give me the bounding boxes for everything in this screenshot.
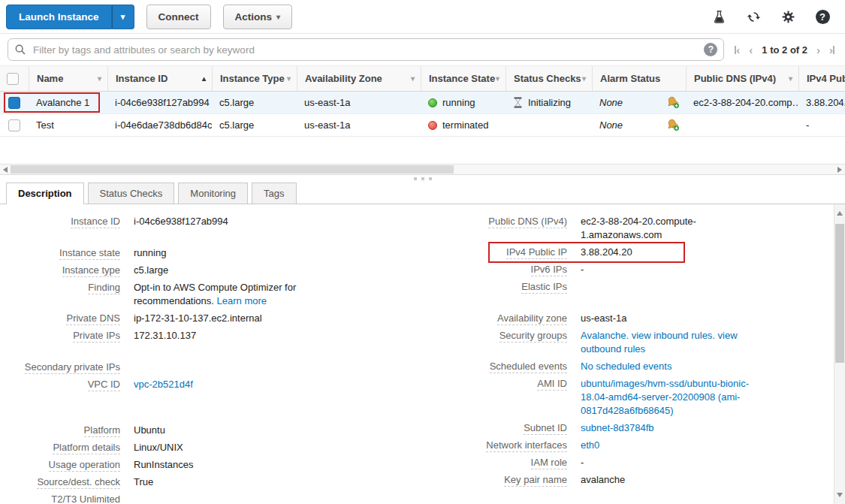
select-all-checkbox[interactable]: [0, 66, 29, 91]
link-no-scheduled-events[interactable]: No scheduled events: [581, 361, 671, 372]
scroll-left-arrow[interactable]: [0, 164, 11, 174]
sort-arrow-icon: ▾: [287, 74, 294, 83]
description-left-column: Instance IDi-04c6e938f127ab994Instance s…: [0, 215, 417, 504]
link-0817d428a6fb68645[interactable]: 0817d428a6fb68645): [581, 405, 674, 416]
field-value: eth0: [581, 439, 599, 452]
search-help-icon[interactable]: ?: [704, 43, 717, 56]
state-dot-icon: [428, 98, 437, 107]
sort-arrow-icon: ▾: [98, 74, 104, 83]
scroll-down-arrow[interactable]: [834, 489, 845, 501]
field-value: 172.31.10.137: [134, 329, 196, 343]
cell-instance-id: i-04e6dae738db6d84c: [107, 114, 212, 136]
field-label: Secondary private IPs: [0, 361, 120, 374]
field-value: Opt-in to AWS Compute Optimizer forrecom…: [134, 281, 296, 308]
filter-bar: ? ‹ ‹ 1 to 2 of 2 › ›: [0, 33, 845, 66]
column-header-ipv4-public-ip[interactable]: IPv4 Public IP: [798, 66, 845, 91]
row-spacer: [417, 297, 845, 312]
scroll-up-arrow[interactable]: [834, 207, 845, 219]
actions-dropdown-button[interactable]: Actions ▾: [223, 5, 293, 29]
field-label-text: Finding: [88, 282, 120, 294]
column-header-status-checks[interactable]: Status Checks▾: [505, 66, 592, 91]
vertical-scrollbar[interactable]: [834, 204, 845, 504]
next-page-button[interactable]: ›: [816, 44, 820, 56]
create-alarm-bell-icon[interactable]: [666, 119, 680, 131]
field-value: ubuntu/images/hvm-ssd/ubuntu-bionic-18.0…: [581, 377, 749, 418]
refresh-icon[interactable]: [746, 9, 761, 24]
tab-description[interactable]: Description: [6, 183, 84, 204]
field-label: Security groups: [417, 329, 567, 356]
field-row-private-dns: Private DNSip-172-31-10-137.ec2.internal: [0, 312, 417, 325]
field-label-text: Instance ID: [71, 216, 120, 228]
launch-instance-button[interactable]: Launch Instance: [6, 5, 112, 29]
previous-page-button[interactable]: ‹: [749, 44, 753, 56]
field-row-instance-id: Instance IDi-04c6e938f127ab994: [0, 215, 417, 228]
vertical-scrollbar-thumb[interactable]: [835, 224, 844, 363]
tab-status-checks[interactable]: Status Checks: [88, 183, 175, 204]
help-icon[interactable]: ?: [815, 9, 830, 24]
flask-icon[interactable]: [711, 9, 726, 24]
scroll-right-arrow[interactable]: [834, 164, 845, 174]
field-value: Avalanche. view inbound rules. viewoutbo…: [581, 329, 738, 356]
field-row-instance-state: Instance staterunning: [0, 246, 417, 260]
link-learn-more[interactable]: Learn more: [217, 295, 267, 306]
create-alarm-bell-icon[interactable]: [666, 96, 680, 109]
panel-resize-handle[interactable]: [0, 175, 845, 183]
table-row-avalanche-1[interactable]: Avalanche 1i-04c6e938f127ab994c5.largeus…: [0, 92, 845, 114]
first-page-button[interactable]: ‹: [735, 44, 740, 56]
link-subnet-8d3784fb[interactable]: subnet-8d3784fb: [581, 422, 654, 433]
field-label-text: Scheduled events: [490, 361, 567, 373]
checkbox-icon[interactable]: [7, 73, 19, 85]
sort-arrow-icon: ▾: [582, 74, 589, 83]
link-ubuntu-images-hvm-ssd-ubuntu-bionic[interactable]: ubuntu/images/hvm-ssd/ubuntu-bionic-: [581, 378, 749, 389]
column-header-name[interactable]: Name▾: [29, 66, 107, 91]
link-avalanche-view-inbound-rules-view[interactable]: Avalanche. view inbound rules. view: [581, 330, 738, 341]
connect-button[interactable]: Connect: [146, 5, 211, 29]
field-label: Availability zone: [417, 312, 567, 325]
field-label-text: Platform details: [53, 442, 120, 454]
field-value: ec2-3-88-204-20.compute-1.amazonaws.com: [581, 215, 696, 242]
description-panel: Instance IDi-04c6e938f127ab994Instance s…: [0, 204, 845, 504]
field-label: Instance state: [0, 246, 120, 260]
field-label: Instance type: [0, 264, 120, 277]
horizontal-scrollbar-thumb[interactable]: [11, 165, 454, 174]
gear-icon[interactable]: [780, 9, 795, 24]
link-eth0[interactable]: eth0: [581, 439, 599, 451]
field-value-text: running: [134, 247, 166, 258]
question-mark-glyph: ?: [816, 10, 830, 24]
field-value-text: ec2-3-88-204-20.compute-: [581, 216, 696, 227]
link-18-04-amd64-server-20200908-ami[interactable]: 18.04-amd64-server-20200908 (ami-: [581, 391, 740, 403]
field-label: IAM role: [417, 456, 567, 469]
search-input[interactable]: [32, 44, 699, 56]
search-box[interactable]: ?: [8, 38, 724, 61]
launch-instance-dropdown-button[interactable]: ▾: [112, 5, 134, 29]
launch-instance-split-button: Launch Instance ▾: [6, 5, 134, 29]
pagination: ‹ ‹ 1 to 2 of 2 › ›: [735, 44, 837, 56]
link-vpc-2b521d4f[interactable]: vpc-2b521d4f: [134, 379, 193, 390]
table-row-test[interactable]: Testi-04e6dae738db6d84cc5.largeus-east-1…: [0, 114, 845, 137]
column-header-instance-id[interactable]: Instance ID▴: [107, 66, 212, 91]
checkbox-icon: [8, 119, 20, 131]
column-header-public-dns-ipv4[interactable]: Public DNS (IPv4)▾: [686, 66, 798, 91]
tab-tags[interactable]: Tags: [252, 183, 296, 204]
link-outbound-rules[interactable]: outbound rules: [581, 343, 645, 355]
cell-name: Avalanche 1: [29, 92, 107, 113]
field-label-text: Network interfaces: [486, 439, 567, 452]
row-checkbox[interactable]: [0, 92, 29, 113]
field-label-text: Instance state: [59, 247, 120, 260]
column-header-label: Public DNS (IPv4): [694, 73, 776, 84]
last-page-button[interactable]: ›: [829, 44, 834, 56]
field-value-text: us-east-1a: [581, 312, 626, 324]
row-checkbox[interactable]: [0, 114, 29, 136]
column-header-instance-type[interactable]: Instance Type▾: [212, 66, 297, 91]
cell-instance-id: i-04c6e938f127ab994: [107, 92, 212, 113]
tab-monitoring[interactable]: Monitoring: [178, 183, 248, 204]
field-label: IPv6 IPs: [417, 263, 567, 276]
column-header-instance-state[interactable]: Instance State▾: [421, 66, 505, 91]
sort-arrow-icon: ▾: [496, 74, 502, 83]
horizontal-scrollbar[interactable]: [0, 164, 845, 175]
field-row-vpc-id: VPC IDvpc-2b521d4f: [0, 378, 417, 391]
field-value-text: recommendations.: [134, 295, 217, 306]
column-header-availability-zone[interactable]: Availability Zone▾: [297, 66, 421, 91]
actions-button-label: Actions: [235, 11, 273, 23]
column-header-alarm-status[interactable]: Alarm Status: [592, 66, 686, 91]
